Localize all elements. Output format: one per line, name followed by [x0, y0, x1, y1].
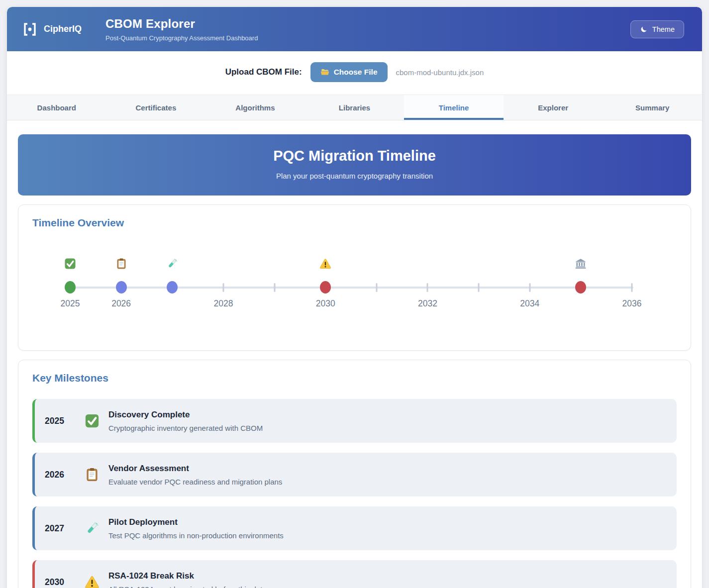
tab-algorithms[interactable]: Algorithms — [205, 95, 305, 120]
milestone-year: 2030 — [45, 577, 85, 588]
theme-toggle-button[interactable]: Theme — [630, 20, 684, 38]
milestone-description: Evaluate vendor PQC readiness and migrat… — [108, 478, 282, 486]
milestone-item-2027: 2027Pilot DeploymentTest PQC algorithms … — [32, 506, 677, 550]
timeline-tick-2036 — [631, 283, 633, 292]
timeline-dot-2027 — [167, 281, 178, 294]
tab-bar: DashboardCertificatesAlgorithmsLibraries… — [7, 95, 702, 120]
timeline-tick-2032 — [427, 283, 428, 292]
timeline-tick-2033 — [478, 283, 480, 292]
timeline-year-label: 2026 — [111, 298, 131, 309]
brand: CipherIQ — [21, 20, 82, 38]
check-icon — [85, 413, 100, 428]
timeline-dot-2035 — [575, 281, 586, 294]
key-milestones-card: Key Milestones 2025Discovery CompleteCry… — [18, 360, 691, 588]
milestone-item-2026: 2026Vendor AssessmentEvaluate vendor PQC… — [32, 453, 677, 496]
timeline-dot-2030 — [320, 281, 331, 294]
choose-file-button[interactable]: Choose File — [310, 62, 388, 82]
timeline-year-label: 2032 — [418, 298, 437, 309]
warning-icon — [319, 258, 331, 270]
tab-libraries[interactable]: Libraries — [305, 95, 405, 120]
test-tube-icon — [85, 521, 100, 536]
folder-icon — [320, 68, 329, 77]
milestone-year: 2026 — [45, 470, 85, 480]
main-content: PQC Migration Timeline Plan your post-qu… — [7, 120, 702, 588]
page-banner: PQC Migration Timeline Plan your post-qu… — [18, 134, 691, 196]
clipboard-icon — [85, 467, 100, 482]
timeline-dot-2026 — [116, 281, 127, 294]
timeline-tick-2029 — [274, 283, 275, 292]
milestone-title: RSA-1024 Break Risk — [108, 571, 267, 581]
milestone-title: Discovery Complete — [108, 410, 263, 420]
timeline-overview-card: Timeline Overview 2025202620282030203220… — [18, 204, 691, 351]
timeline-visualization: 2025202620282030203220342036 — [70, 249, 632, 313]
timeline-year-label: 2028 — [213, 298, 233, 309]
bracket-dot-logo-icon — [21, 20, 39, 38]
moon-icon — [640, 25, 648, 33]
timeline-year-label: 2036 — [622, 298, 642, 309]
banner-title: PQC Migration Timeline — [18, 148, 691, 164]
tab-certificates[interactable]: Certificates — [106, 95, 206, 120]
header-titles: CBOM Explorer Post-Quantum Cryptography … — [105, 17, 258, 42]
timeline-year-label: 2034 — [520, 298, 539, 309]
milestone-item-2030: 2030RSA-1024 Break RiskAll RSA-1024 must… — [32, 560, 677, 588]
timeline-tick-2034 — [529, 283, 530, 292]
tab-timeline[interactable]: Timeline — [404, 95, 504, 120]
theme-button-label: Theme — [652, 25, 675, 33]
page-subtitle: Post-Quantum Cryptography Assessment Das… — [105, 34, 258, 42]
key-milestones-title: Key Milestones — [32, 372, 677, 384]
milestone-text: Vendor AssessmentEvaluate vendor PQC rea… — [108, 464, 282, 486]
milestone-text: Pilot DeploymentTest PQC algorithms in n… — [108, 517, 284, 540]
milestone-text: RSA-1024 Break RiskAll RSA-1024 must be … — [108, 571, 267, 588]
app-header: CipherIQ CBOM Explorer Post-Quantum Cryp… — [7, 7, 702, 51]
clipboard-icon — [115, 258, 127, 270]
milestone-year: 2027 — [45, 523, 85, 534]
milestone-year: 2025 — [45, 416, 85, 426]
uploaded-filename: cbom-mod-ubuntu.jdx.json — [396, 68, 484, 77]
app-window: CipherIQ CBOM Explorer Post-Quantum Cryp… — [7, 7, 702, 588]
timeline-year-label: 2025 — [61, 298, 80, 309]
milestone-text: Discovery CompleteCryptographic inventor… — [108, 410, 263, 432]
timeline-axis-line — [69, 287, 633, 289]
timeline-tick-2031 — [376, 283, 377, 292]
upload-bar: Upload CBOM File: Choose File cbom-mod-u… — [7, 51, 702, 95]
milestone-description: All RSA-1024 must be migrated before thi… — [108, 585, 267, 588]
banner-subtitle: Plan your post-quantum cryptography tran… — [18, 172, 691, 180]
milestone-description: Cryptographic inventory generated with C… — [108, 424, 263, 432]
milestone-title: Vendor Assessment — [108, 464, 282, 474]
warning-icon — [85, 575, 100, 588]
brand-name: CipherIQ — [44, 24, 82, 34]
test-tube-icon — [166, 258, 178, 270]
milestone-description: Test PQC algorithms in non-production en… — [108, 531, 284, 540]
page-title: CBOM Explorer — [105, 17, 258, 31]
choose-file-label: Choose File — [334, 68, 378, 77]
bank-icon — [575, 258, 587, 270]
timeline-year-label: 2030 — [316, 298, 335, 309]
upload-label: Upload CBOM File: — [225, 67, 302, 77]
timeline-dot-2025 — [65, 281, 76, 294]
timeline-overview-title: Timeline Overview — [32, 217, 677, 229]
milestone-item-2025: 2025Discovery CompleteCryptographic inve… — [32, 399, 677, 443]
check-icon — [64, 258, 76, 270]
timeline-tick-2028 — [222, 283, 224, 292]
milestone-list: 2025Discovery CompleteCryptographic inve… — [32, 399, 677, 588]
tab-dashboard[interactable]: Dashboard — [7, 95, 106, 120]
tab-summary[interactable]: Summary — [603, 95, 702, 120]
milestone-title: Pilot Deployment — [108, 517, 284, 527]
tab-explorer[interactable]: Explorer — [504, 95, 603, 120]
